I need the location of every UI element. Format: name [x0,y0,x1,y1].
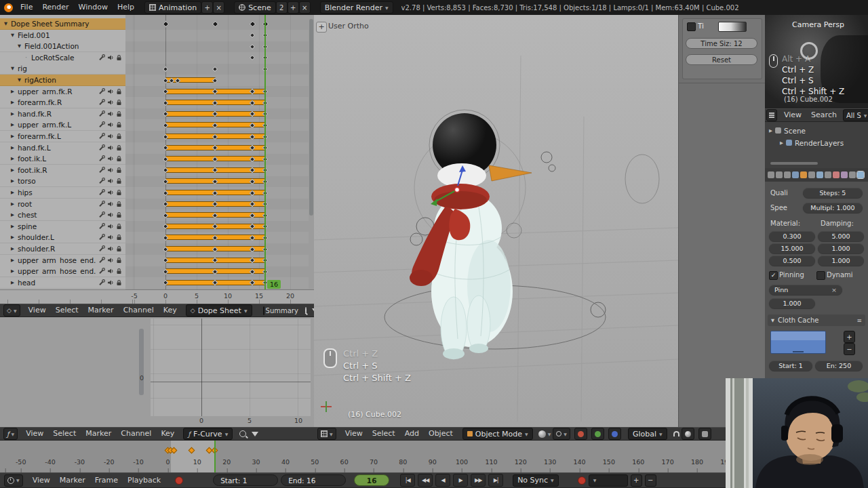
expander-icon[interactable]: ▶ [769,128,772,134]
menu-item-marker[interactable]: Marker [81,427,116,441]
dopesheet-channel-row[interactable]: ▶foot.ik.R [0,165,309,176]
speaker-mute-icon[interactable] [107,133,114,140]
filter-icon[interactable] [252,432,258,436]
channel-keyframe-track[interactable] [125,75,309,86]
channel-name-cell[interactable]: ▼Field.001Action [0,41,125,52]
menu-item-select[interactable]: Select [48,427,81,441]
scene-users-button[interactable]: 2 [276,1,288,14]
properties-tab-texture-icon[interactable] [841,171,848,178]
spring-damping-field[interactable]: 5.000 [818,231,864,241]
modifier-wrench-icon[interactable] [98,54,105,61]
editor-type-selector[interactable]: ▼ [4,474,23,487]
dopesheet-channel-row[interactable]: ▼rig [0,63,309,75]
cache-start-field[interactable]: Start: 1 [769,361,812,371]
dopesheet-mode-selector[interactable]: ◇ Dope Sheet ▼ [186,304,252,317]
speed-multiplier-field[interactable]: Multipl: 1.000 [803,203,863,213]
channel-name-cell[interactable]: ▶hips [0,187,125,199]
lock-icon[interactable] [116,178,122,184]
channel-keyframe-track[interactable] [125,18,309,30]
cloth-cache-panel-header[interactable]: ▼ Cloth Cache ≡ [768,314,865,326]
lock-icon[interactable] [116,234,122,241]
dopesheet-channel-row[interactable]: ▶upper_arm.fk.R [0,86,309,98]
channel-name-cell[interactable]: ▶upper_arm.fk.R [0,86,125,98]
dopesheet-channel-row[interactable]: ▶foot.ik.L [0,153,309,165]
outliner[interactable]: ViewSearch All S ▼ ▶ Scene ▶ RenderLayer… [765,108,868,168]
menu-item-select[interactable]: Select [51,304,83,317]
keyframe-diamond[interactable] [250,33,255,38]
expander-icon[interactable]: ▼ [3,21,9,26]
expander-icon[interactable]: ▼ [9,33,16,38]
channel-name-cell[interactable]: ▶forearm.fk.R [0,97,125,108]
scene-selector[interactable]: Scene [234,1,276,14]
properties-tab-material-icon[interactable] [833,171,840,178]
channel-name-cell[interactable]: ▶chest [0,209,125,221]
dopesheet-channel-row[interactable]: ▶upper_arm.fk.L [0,119,309,131]
dopesheet-ruler[interactable]: -505101520 [0,289,314,304]
channel-keyframe-track[interactable] [125,232,309,243]
manipulator-scale-button[interactable] [608,428,621,440]
dynamic-mesh-checkbox[interactable] [816,271,825,280]
expander-icon[interactable]: ▶ [9,134,16,139]
dopesheet-channel-row[interactable]: ▶head [0,277,309,289]
pin-vertex-group-field[interactable]: Pinn × [769,285,842,295]
expander-icon[interactable]: ▶ [9,89,16,94]
expander-icon[interactable]: ▼ [16,43,22,49]
lock-icon[interactable] [116,189,122,196]
modifier-wrench-icon[interactable] [98,279,105,286]
sync-mode-selector[interactable]: No Sync ▼ [513,474,559,487]
current-frame-field[interactable]: 16 [354,474,389,486]
expander-icon[interactable]: ▶ [9,212,16,218]
toolbar-open-tab[interactable]: + [316,22,327,33]
render-engine-selector[interactable]: Blender Render ▼ [320,1,393,14]
channel-name-cell[interactable]: ▶foot.ik.R [0,165,125,176]
mass-field[interactable]: 0.300 [769,231,815,241]
time-size-field[interactable]: Time Siz: 12 [686,38,757,49]
delete-scene-button[interactable]: × [299,1,311,14]
channel-name-cell[interactable]: ▶hand.fk.L [0,142,125,154]
dopesheet-channel-row[interactable]: ▶hand.fk.L [0,142,309,154]
channel-name-cell[interactable]: ▶shoulder.R [0,243,125,255]
modifier-wrench-icon[interactable] [98,234,105,241]
lock-icon[interactable] [116,167,122,174]
menu-item-window[interactable]: Window [74,1,113,14]
cache-remove-button[interactable]: − [844,343,855,355]
jump-to-end-button[interactable]: ▶| [488,474,503,487]
dopesheet-channel-row[interactable]: ·LocRotScale [0,52,309,64]
expander-icon[interactable]: ▼ [9,66,16,71]
expander-icon[interactable]: ▶ [9,235,16,240]
properties-tab-render-layers-icon[interactable] [776,171,783,178]
speaker-mute-icon[interactable] [107,88,114,95]
lock-icon[interactable] [116,144,122,151]
channel-name-cell[interactable]: ▼Field.001 [0,30,125,41]
properties-tab-render-icon[interactable] [768,171,774,178]
dopesheet-channel-row[interactable]: ▶forearm.fk.L [0,131,309,142]
editor-type-selector[interactable]: ƒ ▼ [3,428,18,440]
properties-tab-constraints-icon[interactable] [808,171,815,178]
dopesheet-channel-row[interactable]: ▶forearm.fk.R [0,97,309,108]
menu-item-add[interactable]: Add [400,427,424,441]
lock-icon[interactable] [116,279,122,286]
current-frame-line[interactable] [264,15,266,290]
menu-item-channel[interactable]: Channel [116,427,156,441]
scrollbar[interactable] [770,162,818,165]
channel-keyframe-track[interactable] [125,209,309,221]
dopesheet-channel-row[interactable]: ▶hips [0,187,309,199]
dopesheet-channel-row[interactable]: ▶spine [0,221,309,232]
expander-icon[interactable]: ▶ [780,140,783,146]
expander-icon[interactable]: ▶ [9,280,16,285]
lock-icon[interactable] [116,201,122,207]
expander-icon[interactable]: ▶ [9,145,16,150]
quality-steps-field[interactable]: Steps: 5 [803,188,863,198]
dopesheet-channel-row[interactable]: ▶shoulder.L [0,232,309,243]
keyframe-diamond[interactable] [250,21,256,28]
channel-keyframe-track[interactable] [125,41,309,52]
menu-item-view[interactable]: View [340,427,368,441]
channel-name-cell[interactable]: ▶root [0,199,125,210]
screen-layout-selector[interactable]: Animation [144,1,201,14]
lock-icon[interactable] [116,211,122,218]
dopesheet-channel-row[interactable]: ▶shoulder.R [0,243,309,255]
speaker-mute-icon[interactable] [107,144,114,151]
lock-icon[interactable] [116,99,122,106]
expander-icon[interactable]: ▶ [9,178,16,184]
speaker-mute-icon[interactable] [107,234,114,241]
